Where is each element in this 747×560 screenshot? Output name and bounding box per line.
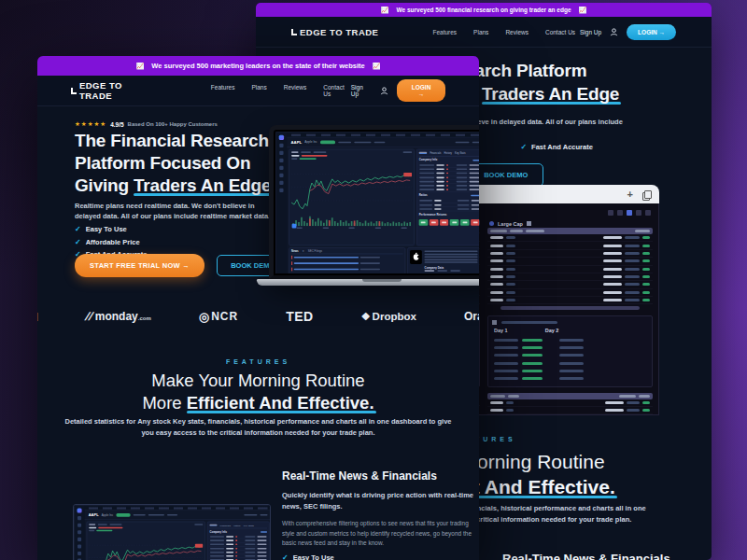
large-cap-label: Large Cap xyxy=(498,221,523,227)
sidebar-tool-icon xyxy=(279,166,283,170)
ratio-row xyxy=(419,207,479,211)
dashboard-logo-icon xyxy=(279,135,284,140)
brand-logo-icon xyxy=(71,88,77,94)
grid-icon xyxy=(527,221,531,226)
volume-bars xyxy=(291,215,412,227)
trading-dashboard-screenshot: AAPL Apple Inc xyxy=(275,132,479,273)
tab-overview xyxy=(419,152,428,154)
orange-logo: Orange xyxy=(464,310,479,323)
signup-link[interactable]: Sign Up xyxy=(351,84,372,97)
view-control xyxy=(472,160,479,161)
chart-legend xyxy=(291,155,412,160)
dashboard-main: AAPL Apple Inc xyxy=(287,133,479,273)
signup-link[interactable]: Sign Up xyxy=(580,29,601,35)
monday-logo: //monday.com xyxy=(86,310,151,323)
check-item: ✓Affordable Price xyxy=(75,238,147,246)
trading-dashboard-screenshot: AAPL Apple Inc xyxy=(74,505,271,560)
nav-link-plans[interactable]: Plans xyxy=(251,84,266,97)
announcement-text: We surveyed 500 marketing leaders on the… xyxy=(151,62,364,70)
nav-link-reviews[interactable]: Reviews xyxy=(505,29,529,35)
announcement-text: We surveyed 500 financial research on gi… xyxy=(396,7,571,13)
brand-logo-icon xyxy=(291,29,297,35)
nav-link-reviews[interactable]: Reviews xyxy=(284,84,307,97)
login-button[interactable]: LOGIN → xyxy=(627,24,676,40)
chart-toolbar xyxy=(291,151,412,153)
announcement-bar: 📈 We surveyed 500 financial research on … xyxy=(256,3,712,17)
return-box xyxy=(430,219,439,226)
chart-tool xyxy=(98,524,107,525)
panel-tabs: Financials History Key Stats xyxy=(419,151,479,156)
nav-link-contact[interactable]: Contact Us xyxy=(545,29,575,35)
sidebar-tool-icon xyxy=(78,516,81,520)
laptop-base xyxy=(257,279,479,286)
star-rating-icon: ★★★★★ xyxy=(75,120,106,128)
price-line-chart xyxy=(291,161,412,215)
rating-text: Based On 100+ Happy Customers xyxy=(128,121,218,127)
ticker-symbol: AAPL xyxy=(89,512,99,517)
company-profile-panel: Company Data xyxy=(407,247,479,273)
price-chart-panel xyxy=(87,522,205,560)
watchlist-row xyxy=(487,258,653,265)
day-stat-row xyxy=(492,359,648,367)
news-tab: News xyxy=(291,249,299,252)
scrollbar[interactable] xyxy=(500,306,640,310)
check-icon: ✓ xyxy=(75,225,81,233)
return-box xyxy=(460,219,470,226)
dashboard-sidebar xyxy=(276,133,288,273)
person-icon xyxy=(380,87,388,95)
sidebar-tool-icon xyxy=(78,524,81,527)
nav-link-features[interactable]: Features xyxy=(211,84,235,97)
watchlist-row xyxy=(487,289,653,297)
sidebar-tool-icon xyxy=(279,151,283,155)
profile-text-line xyxy=(425,261,478,263)
change-badge xyxy=(320,140,335,144)
rating-row: ★★★★★ 4.9/5 Based On 100+ Happy Customer… xyxy=(75,120,218,128)
features-paragraph: Detailed statistics for Any stock Key st… xyxy=(63,416,453,439)
sidebar-tool-icon xyxy=(279,181,283,185)
check-icon: ✓ xyxy=(75,238,81,246)
profile-text-line xyxy=(425,253,478,255)
brand-logo: EDGE TO TRADE xyxy=(291,27,378,37)
features-section-label: FEATURES xyxy=(37,358,479,365)
news-caret-icon: ▾ xyxy=(303,249,303,252)
stats-panel-right: Day 1Day 2 xyxy=(487,315,653,386)
start-free-trial-button[interactable]: START FREE TRIAL NOW → xyxy=(75,254,204,277)
legend-label xyxy=(89,530,94,532)
dashboard-main: AAPL Apple Inc xyxy=(85,506,271,560)
login-button[interactable]: LOGIN → xyxy=(397,79,445,102)
ted-logo: TED xyxy=(286,309,314,324)
company-info-label: Company Info xyxy=(209,530,227,533)
sidebar-tool-icon xyxy=(279,159,283,162)
timeframe-control xyxy=(291,151,298,153)
realtime-news-column: Real-Time News & Financials Quickly iden… xyxy=(282,469,479,560)
check-icon: ✓ xyxy=(282,553,289,560)
return-box xyxy=(471,219,479,226)
watchlist-row xyxy=(487,297,653,304)
dropbox-mark-icon: ❖ xyxy=(361,311,371,322)
realtime-news-heading: Real-Time News & Financials xyxy=(502,552,670,560)
nav-link-features[interactable]: Features xyxy=(432,29,457,35)
client-logos-strip: rd //monday.com ◎NCR TED ❖Dropbox Orange xyxy=(37,302,479,330)
tab-overview xyxy=(209,525,217,526)
legend-series-red xyxy=(302,155,328,157)
tab-history: History xyxy=(233,524,241,526)
book-demo-button[interactable]: BOOK DEMO xyxy=(468,163,543,187)
stat-chip xyxy=(472,141,479,143)
tab-history: History xyxy=(444,151,452,154)
stat-chip xyxy=(148,514,164,516)
tab-financials: Financials xyxy=(430,151,441,154)
profile-text-line xyxy=(425,256,478,258)
tab-key-stats: Key Stats xyxy=(455,151,465,154)
price-line-chart xyxy=(89,532,203,560)
chart-toolbar xyxy=(89,524,203,525)
performance-returns-boxes xyxy=(419,219,479,226)
nav-link-contact[interactable]: Contact Us xyxy=(323,84,350,97)
nav-link-plans[interactable]: Plans xyxy=(473,29,488,35)
legend-series-green xyxy=(96,530,112,532)
watchlist-row xyxy=(487,242,653,249)
ncr-logo: ◎NCR xyxy=(199,310,238,324)
company-name: Apple Inc xyxy=(102,513,114,516)
view-control xyxy=(261,531,267,533)
profile-text-line xyxy=(425,259,478,260)
sidebar-tool-icon xyxy=(279,144,283,147)
